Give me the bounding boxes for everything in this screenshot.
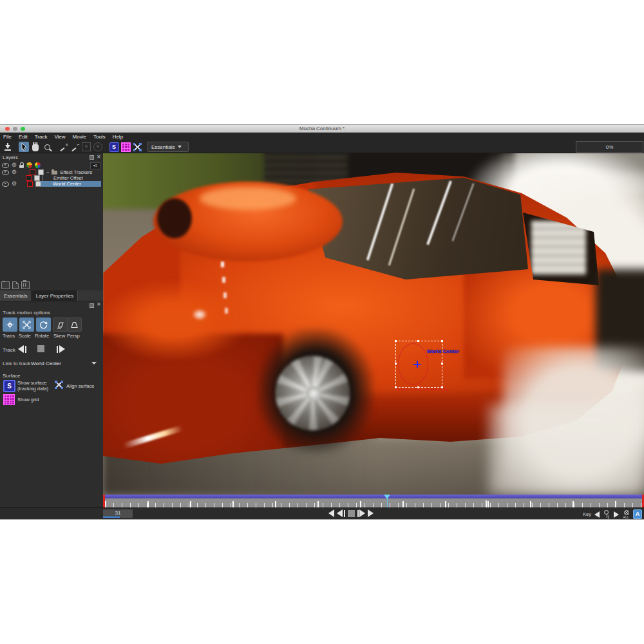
link-to-track-dropdown[interactable]: World Center [31,359,100,367]
menu-track[interactable]: Track [35,134,48,140]
tracking-center-marker[interactable] [413,361,421,368]
pen-curve-icon: ⌐ [70,142,80,152]
layers-panel-header: Layers ✕ [0,153,103,162]
menu-help[interactable]: Help [113,134,123,140]
pin-icon[interactable] [90,155,94,160]
layer-color-swatch[interactable] [27,181,33,187]
current-frame-field[interactable]: 31 [103,509,133,518]
tab-essentials[interactable]: Essentials [0,290,32,301]
playback-controls [328,509,374,517]
export-tracking-icon[interactable] [3,142,13,152]
show-grid-toolbar-button[interactable] [120,142,131,152]
tree-line [43,175,43,181]
layer-row-world-center[interactable]: ⚙ World Center [0,181,103,187]
skew-icon [56,321,64,329]
menu-movie[interactable]: Movie [73,134,86,140]
lock-column-icon[interactable] [19,165,24,168]
track-stop-button[interactable] [37,345,44,352]
zoom-tool-button[interactable] [42,142,52,152]
track-label: Track [3,347,15,353]
show-surface-label-line1[interactable]: Show surface [17,380,46,386]
visibility-icon[interactable] [2,182,9,187]
search-area-label: World Center Search Area [396,387,449,392]
layer-color-swatch[interactable] [26,175,32,181]
rotate-label: Rotate [35,333,49,339]
layer-label[interactable]: Emitter Offset [53,175,83,181]
menu-edit[interactable]: Edit [19,134,28,140]
align-surface-toolbar-button[interactable] [132,142,142,152]
gear-column-icon[interactable]: ⚙ [12,162,17,168]
workspace-preset-dropdown[interactable]: Essentials [147,142,189,152]
tab-layer-properties[interactable]: Layer Properties [32,290,78,301]
track-forwards-button[interactable] [57,345,65,353]
remove-point-button[interactable]: ✕ [93,142,103,152]
layer-label[interactable]: Effect Trackers [60,169,92,175]
timeline-ruler[interactable] [103,495,644,507]
close-icon[interactable]: ✕ [97,155,101,160]
create-xspline-button[interactable]: x [58,142,68,152]
add-keyframe-icon[interactable] [603,510,611,518]
visibility-icon[interactable] [2,170,9,175]
window-title: Mocha Continuum * [0,126,644,131]
step-forward-icon [359,509,365,517]
playhead[interactable] [384,495,391,507]
layers-menu-button[interactable]: ▾≡ [90,162,100,169]
step-back-button[interactable] [337,509,345,517]
viewport[interactable]: World Center World Center Search Area [103,153,644,495]
show-grid-button[interactable] [3,394,15,405]
motion-rotate-button[interactable] [36,317,51,332]
color-wheel-icon[interactable] [26,162,32,168]
rollcage-bar-1 [366,183,393,260]
trans-label: Trans [3,333,15,339]
delete-all-keys-button[interactable]: ALL [622,510,630,518]
menu-view[interactable]: View [54,134,65,140]
pin-icon[interactable] [90,303,94,308]
autokey-toggle[interactable]: A [633,509,642,519]
pan-tool-button[interactable] [30,142,41,152]
motion-skew-button[interactable] [53,317,68,332]
track-backwards-button[interactable] [18,345,26,353]
tree-expander[interactable]: − [46,169,49,175]
surface-section-label: Surface [3,373,21,379]
delete-layer-button[interactable] [21,281,30,289]
layer-checkbox[interactable] [38,169,44,175]
tracking-layer-label[interactable]: World Center [427,348,459,354]
select-tool-button[interactable] [19,142,29,152]
gear-icon[interactable]: ⚙ [12,181,17,187]
align-surface-button[interactable] [54,380,64,390]
previous-keyframe-button[interactable] [594,511,600,518]
cursor-icon [19,142,28,151]
show-surface-toolbar-button[interactable]: S [109,142,119,152]
menu-file[interactable]: File [3,134,12,140]
play-button[interactable] [368,509,374,517]
layer-label[interactable]: World Center [53,181,81,187]
gear-icon[interactable]: ⚙ [12,169,17,175]
play-backwards-button[interactable] [328,509,334,517]
motion-trans-button[interactable] [3,317,17,332]
smoke-drift [489,404,644,495]
align-surface-label[interactable]: Align surface [66,383,94,389]
close-icon[interactable]: ✕ [97,302,101,307]
step-forward-button[interactable] [357,509,366,517]
layer-color-swatch[interactable] [30,169,35,175]
new-layer-button[interactable] [12,281,19,289]
next-keyframe-button[interactable] [614,511,619,518]
layers-mini-toolbar [1,281,30,289]
layer-checkbox[interactable] [34,175,40,181]
in-point-marker[interactable] [103,495,105,507]
motion-scale-button[interactable] [19,317,34,332]
key-label: Key [583,511,591,517]
layer-row-effect-trackers[interactable]: ⚙ − Effect Trackers [0,169,103,175]
motion-persp-button[interactable] [67,317,82,332]
menu-tools[interactable]: Tools [93,134,106,140]
track-back-bar [25,346,26,353]
show-grid-label[interactable]: Show grid [17,397,39,402]
stop-button[interactable] [348,510,355,517]
color-wheel2-icon[interactable] [35,162,41,168]
rotate-icon [39,321,48,329]
create-bezier-button[interactable]: ⌐ [70,142,80,152]
show-surface-button[interactable]: S [3,380,15,392]
add-point-button[interactable]: ✕ [81,142,91,152]
visibility-column-icon[interactable] [2,163,9,168]
new-group-button[interactable] [1,281,10,289]
